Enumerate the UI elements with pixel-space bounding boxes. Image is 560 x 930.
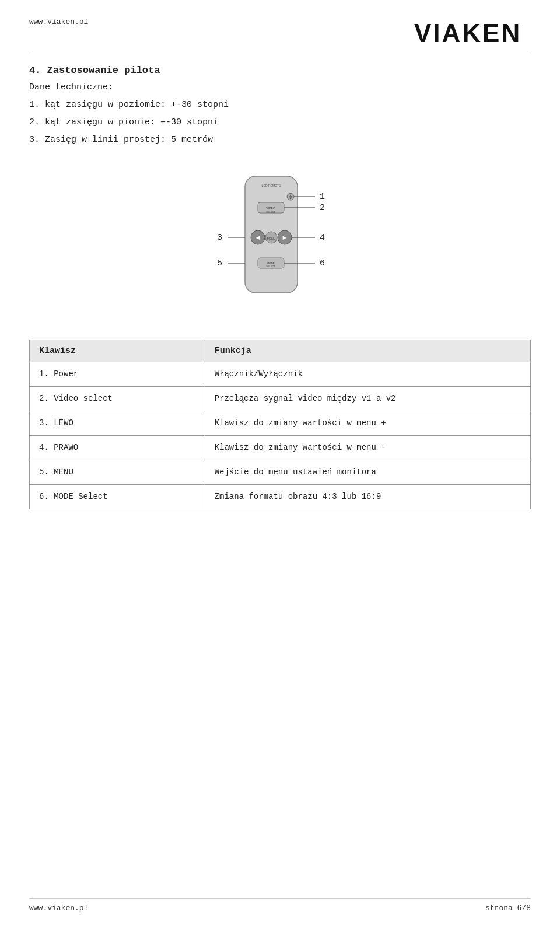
svg-text:6: 6 — [320, 258, 325, 268]
svg-text:5: 5 — [217, 258, 222, 268]
col-header-key: Klawisz — [30, 340, 205, 362]
svg-text:MENU: MENU — [267, 237, 276, 240]
svg-text:LCD REMOTE: LCD REMOTE — [262, 184, 281, 187]
table-cell-key: 5. MENU — [30, 460, 205, 485]
table-cell-func: Przełącza sygnał video między v1 a v2 — [205, 387, 530, 411]
svg-text:⏻: ⏻ — [289, 195, 292, 199]
table-row: 4. PRAWOKlawisz do zmiany wartości w men… — [30, 436, 531, 460]
table-row: 5. MENUWejście do menu ustawień monitora — [30, 460, 531, 485]
table-header-row: Klawisz Funkcja — [30, 340, 531, 362]
footer: www.viaken.pl strona 6/8 — [29, 898, 531, 912]
svg-text:4: 4 — [320, 233, 325, 243]
footer-url: www.viaken.pl — [29, 904, 88, 912]
table-row: 3. LEWOKlawisz do zmiany wartości w menu… — [30, 411, 531, 436]
table-cell-func: Włącznik/Wyłącznik — [205, 362, 530, 387]
svg-text:◄: ◄ — [255, 234, 261, 241]
svg-text:2: 2 — [320, 203, 325, 213]
svg-text:VIAKEN: VIAKEN — [414, 19, 522, 47]
svg-text:SELECT: SELECT — [266, 211, 275, 214]
remote-control-svg: LCD REMOTE ⏻ VIDEO SELECT ◄ ► MENU — [187, 170, 373, 322]
table-row: 2. Video selectPrzełącza sygnał video mi… — [30, 387, 531, 411]
table-cell-key: 3. LEWO — [30, 411, 205, 436]
tech-item-1: 1. kąt zasięgu w poziomie: +-30 stopni — [29, 98, 531, 112]
tech-header: Dane techniczne: — [29, 81, 531, 95]
logo-svg: VIAKEN — [414, 18, 531, 47]
page-container: www.viaken.pl VIAKEN 4. Zastosowanie pil… — [0, 0, 560, 930]
logo-container: VIAKEN — [414, 18, 531, 47]
section-title: 4. Zastosowanie pilota — [29, 65, 531, 76]
diagram-area: LCD REMOTE ⏻ VIDEO SELECT ◄ ► MENU — [29, 165, 531, 328]
table-cell-key: 2. Video select — [30, 387, 205, 411]
table-cell-func: Zmiana formatu obrazu 4:3 lub 16:9 — [205, 485, 530, 509]
svg-text:SELECT: SELECT — [266, 265, 275, 268]
header: www.viaken.pl VIAKEN — [29, 18, 531, 53]
col-header-func: Funkcja — [205, 340, 530, 362]
footer-page: strona 6/8 — [485, 904, 531, 912]
table-row: 1. PowerWłącznik/Wyłącznik — [30, 362, 531, 387]
logo: VIAKEN — [414, 18, 531, 47]
function-table: Klawisz Funkcja 1. PowerWłącznik/Wyłączn… — [29, 340, 531, 509]
svg-text:VIDEO: VIDEO — [266, 207, 275, 210]
table-cell-key: 1. Power — [30, 362, 205, 387]
table-cell-func: Wejście do menu ustawień monitora — [205, 460, 530, 485]
table-row: 6. MODE SelectZmiana formatu obrazu 4:3 … — [30, 485, 531, 509]
svg-text:►: ► — [282, 234, 288, 241]
tech-item-3: 3. Zasięg w linii prostej: 5 metrów — [29, 133, 531, 147]
svg-text:3: 3 — [217, 233, 222, 243]
remote-diagram: LCD REMOTE ⏻ VIDEO SELECT ◄ ► MENU — [187, 170, 373, 322]
table-cell-key: 4. PRAWO — [30, 436, 205, 460]
table-cell-key: 6. MODE Select — [30, 485, 205, 509]
header-url: www.viaken.pl — [29, 18, 88, 26]
table-cell-func: Klawisz do zmiany wartości w menu + — [205, 411, 530, 436]
svg-text:1: 1 — [320, 192, 325, 202]
table-cell-func: Klawisz do zmiany wartości w menu - — [205, 436, 530, 460]
tech-item-2: 2. kąt zasięgu w pionie: +-30 stopni — [29, 116, 531, 130]
